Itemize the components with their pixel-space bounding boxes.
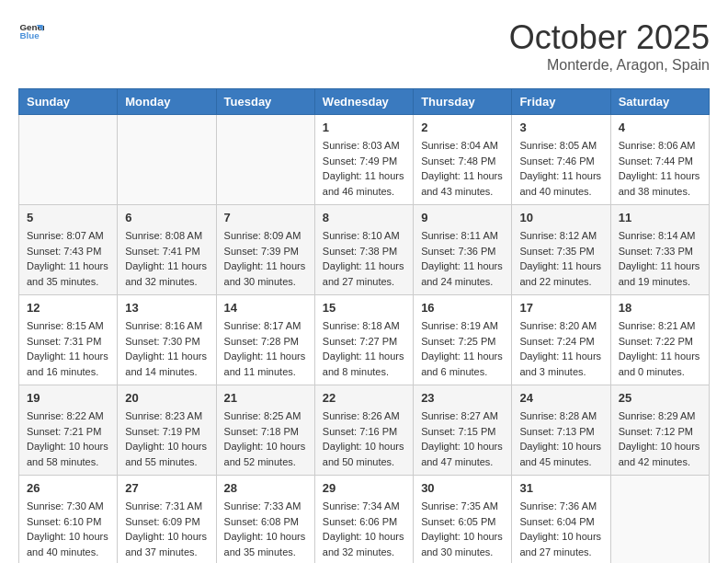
day-info: Sunrise: 8:28 AMSunset: 7:13 PMDaylight:… (519, 408, 602, 469)
logo-icon: General Blue (18, 18, 44, 44)
day-info: Sunrise: 8:27 AMSunset: 7:15 PMDaylight:… (421, 408, 504, 469)
day-info: Sunrise: 8:23 AMSunset: 7:19 PMDaylight:… (125, 408, 208, 469)
day-number: 12 (27, 301, 109, 315)
day-number: 23 (421, 391, 504, 405)
calendar-day-7: 7Sunrise: 8:09 AMSunset: 7:39 PMDaylight… (216, 205, 314, 295)
day-number: 7 (224, 211, 307, 224)
day-info: Sunrise: 7:31 AMSunset: 6:09 PMDaylight:… (125, 499, 208, 559)
calendar-day-empty (118, 115, 216, 205)
day-number: 29 (323, 481, 405, 495)
day-info: Sunrise: 8:07 AMSunset: 7:43 PMDaylight:… (27, 228, 109, 289)
day-number: 22 (323, 391, 405, 405)
day-info: Sunrise: 8:29 AMSunset: 7:12 PMDaylight:… (619, 408, 701, 469)
calendar-day-21: 21Sunrise: 8:25 AMSunset: 7:18 PMDayligh… (216, 385, 314, 476)
svg-text:Blue: Blue (19, 30, 40, 40)
day-info: Sunrise: 8:05 AMSunset: 7:46 PMDaylight:… (519, 138, 602, 199)
day-info: Sunrise: 8:12 AMSunset: 7:35 PMDaylight:… (519, 228, 602, 289)
day-info: Sunrise: 8:15 AMSunset: 7:31 PMDaylight:… (27, 318, 109, 379)
calendar-day-10: 10Sunrise: 8:12 AMSunset: 7:35 PMDayligh… (512, 205, 610, 295)
calendar-day-27: 27Sunrise: 7:31 AMSunset: 6:09 PMDayligh… (118, 476, 216, 564)
weekday-header-thursday: Thursday (414, 89, 512, 115)
day-info: Sunrise: 8:18 AMSunset: 7:27 PMDaylight:… (323, 318, 405, 379)
calendar-day-29: 29Sunrise: 7:34 AMSunset: 6:06 PMDayligh… (314, 476, 413, 564)
weekday-header-sunday: Sunday (19, 89, 118, 115)
day-number: 3 (519, 121, 602, 134)
weekday-header-friday: Friday (512, 89, 610, 115)
day-number: 9 (421, 211, 504, 224)
day-number: 20 (125, 391, 208, 405)
calendar-day-1: 1Sunrise: 8:03 AMSunset: 7:49 PMDaylight… (314, 115, 413, 205)
day-number: 15 (323, 301, 405, 315)
day-number: 6 (125, 211, 208, 224)
day-info: Sunrise: 7:30 AMSunset: 6:10 PMDaylight:… (27, 499, 109, 559)
calendar-day-8: 8Sunrise: 8:10 AMSunset: 7:38 PMDaylight… (314, 205, 413, 295)
day-info: Sunrise: 8:14 AMSunset: 7:33 PMDaylight:… (619, 228, 701, 289)
calendar-week-1: 1Sunrise: 8:03 AMSunset: 7:49 PMDaylight… (19, 115, 710, 205)
day-number: 27 (125, 481, 208, 495)
calendar-day-2: 2Sunrise: 8:04 AMSunset: 7:48 PMDaylight… (414, 115, 512, 205)
day-number: 10 (519, 211, 602, 224)
title-block: October 2025 Monterde, Aragon, Spain (509, 18, 710, 74)
calendar-day-12: 12Sunrise: 8:15 AMSunset: 7:31 PMDayligh… (19, 295, 118, 385)
day-info: Sunrise: 7:33 AMSunset: 6:08 PMDaylight:… (224, 499, 307, 559)
day-number: 30 (421, 481, 504, 495)
weekday-header-row: SundayMondayTuesdayWednesdayThursdayFrid… (19, 89, 710, 115)
calendar-day-25: 25Sunrise: 8:29 AMSunset: 7:12 PMDayligh… (610, 385, 709, 476)
calendar-day-31: 31Sunrise: 7:36 AMSunset: 6:04 PMDayligh… (512, 476, 610, 564)
weekday-header-tuesday: Tuesday (216, 89, 314, 115)
day-number: 8 (323, 211, 405, 224)
day-info: Sunrise: 8:19 AMSunset: 7:25 PMDaylight:… (421, 318, 504, 379)
day-number: 25 (619, 391, 701, 405)
day-info: Sunrise: 8:25 AMSunset: 7:18 PMDaylight:… (224, 408, 307, 469)
calendar-table: SundayMondayTuesdayWednesdayThursdayFrid… (18, 88, 710, 563)
calendar-day-23: 23Sunrise: 8:27 AMSunset: 7:15 PMDayligh… (414, 385, 512, 476)
calendar-day-24: 24Sunrise: 8:28 AMSunset: 7:13 PMDayligh… (512, 385, 610, 476)
calendar-day-empty (19, 115, 118, 205)
calendar-day-14: 14Sunrise: 8:17 AMSunset: 7:28 PMDayligh… (216, 295, 314, 385)
day-info: Sunrise: 7:36 AMSunset: 6:04 PMDaylight:… (519, 499, 602, 559)
day-info: Sunrise: 8:03 AMSunset: 7:49 PMDaylight:… (323, 138, 405, 199)
calendar-day-6: 6Sunrise: 8:08 AMSunset: 7:41 PMDaylight… (118, 205, 216, 295)
day-number: 16 (421, 301, 504, 315)
calendar-week-4: 19Sunrise: 8:22 AMSunset: 7:21 PMDayligh… (19, 385, 710, 476)
day-info: Sunrise: 7:34 AMSunset: 6:06 PMDaylight:… (323, 499, 405, 559)
day-number: 5 (27, 211, 109, 224)
calendar-day-19: 19Sunrise: 8:22 AMSunset: 7:21 PMDayligh… (19, 385, 118, 476)
weekday-header-saturday: Saturday (610, 89, 709, 115)
day-number: 31 (519, 481, 602, 495)
calendar-day-20: 20Sunrise: 8:23 AMSunset: 7:19 PMDayligh… (118, 385, 216, 476)
calendar-day-17: 17Sunrise: 8:20 AMSunset: 7:24 PMDayligh… (512, 295, 610, 385)
day-info: Sunrise: 8:21 AMSunset: 7:22 PMDaylight:… (619, 318, 701, 379)
day-info: Sunrise: 8:08 AMSunset: 7:41 PMDaylight:… (125, 228, 208, 289)
calendar-day-18: 18Sunrise: 8:21 AMSunset: 7:22 PMDayligh… (610, 295, 709, 385)
page-header: General Blue October 2025 Monterde, Arag… (18, 18, 710, 74)
calendar-day-empty (610, 476, 709, 564)
day-info: Sunrise: 8:17 AMSunset: 7:28 PMDaylight:… (224, 318, 307, 379)
calendar-day-empty (216, 115, 314, 205)
calendar-day-22: 22Sunrise: 8:26 AMSunset: 7:16 PMDayligh… (314, 385, 413, 476)
calendar-day-4: 4Sunrise: 8:06 AMSunset: 7:44 PMDaylight… (610, 115, 709, 205)
calendar-day-5: 5Sunrise: 8:07 AMSunset: 7:43 PMDaylight… (19, 205, 118, 295)
weekday-header-monday: Monday (118, 89, 216, 115)
day-info: Sunrise: 8:22 AMSunset: 7:21 PMDaylight:… (27, 408, 109, 469)
day-info: Sunrise: 8:09 AMSunset: 7:39 PMDaylight:… (224, 228, 307, 289)
day-info: Sunrise: 7:35 AMSunset: 6:05 PMDaylight:… (421, 499, 504, 559)
calendar-week-5: 26Sunrise: 7:30 AMSunset: 6:10 PMDayligh… (19, 476, 710, 564)
weekday-header-wednesday: Wednesday (314, 89, 413, 115)
calendar-day-30: 30Sunrise: 7:35 AMSunset: 6:05 PMDayligh… (414, 476, 512, 564)
day-number: 24 (519, 391, 602, 405)
day-info: Sunrise: 8:06 AMSunset: 7:44 PMDaylight:… (619, 138, 701, 199)
month-title: October 2025 (509, 18, 710, 57)
calendar-day-3: 3Sunrise: 8:05 AMSunset: 7:46 PMDaylight… (512, 115, 610, 205)
calendar-day-16: 16Sunrise: 8:19 AMSunset: 7:25 PMDayligh… (414, 295, 512, 385)
calendar-day-9: 9Sunrise: 8:11 AMSunset: 7:36 PMDaylight… (414, 205, 512, 295)
day-number: 26 (27, 481, 109, 495)
day-number: 1 (323, 121, 405, 134)
day-number: 2 (421, 121, 504, 134)
calendar-day-11: 11Sunrise: 8:14 AMSunset: 7:33 PMDayligh… (610, 205, 709, 295)
day-info: Sunrise: 8:20 AMSunset: 7:24 PMDaylight:… (519, 318, 602, 379)
day-info: Sunrise: 8:04 AMSunset: 7:48 PMDaylight:… (421, 138, 504, 199)
day-number: 17 (519, 301, 602, 315)
location-subtitle: Monterde, Aragon, Spain (509, 57, 710, 74)
calendar-week-3: 12Sunrise: 8:15 AMSunset: 7:31 PMDayligh… (19, 295, 710, 385)
